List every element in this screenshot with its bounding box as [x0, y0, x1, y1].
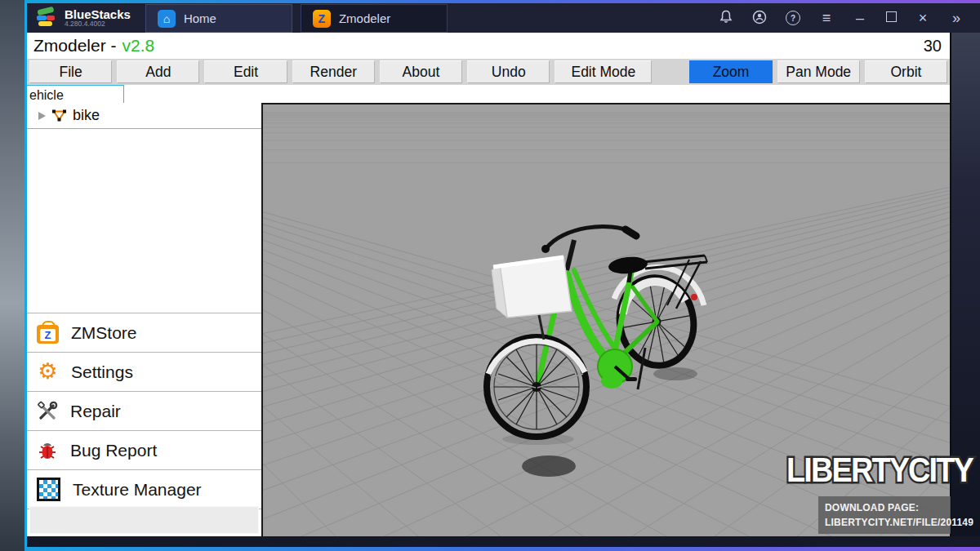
file-button[interactable]: File	[29, 60, 112, 83]
zoom-button[interactable]: Zoom	[689, 60, 772, 83]
zmstore-bag-icon: Z	[37, 322, 59, 344]
close-button[interactable]: ×	[915, 11, 930, 25]
tab-zmodeler[interactable]: Z Zmodeler	[301, 4, 448, 33]
brand-version: 4.280.4.4002	[65, 20, 131, 28]
sidebar-item-settings[interactable]: ⚙ Settings	[27, 353, 261, 392]
sidebar-item-label: Settings	[71, 362, 133, 382]
sidebar-item-texture-manager[interactable]: Texture Manager	[27, 470, 261, 509]
titlebar-controls: ? ≡ – × »	[719, 3, 980, 33]
expand-arrow-icon[interactable]	[38, 112, 46, 120]
about-button[interactable]: About	[380, 60, 462, 83]
sidebar-item-zmstore[interactable]: Z ZMStore	[27, 313, 261, 353]
sidebar-item-label: ZMStore	[71, 323, 137, 343]
edit-button[interactable]: Edit	[204, 60, 287, 83]
sidebar-item-label: Texture Manager	[73, 480, 202, 500]
download-page-box: DOWNLOAD PAGE: LIBERTYCITY.NET/FILE/2011…	[818, 496, 951, 534]
sidebar: bike Z ZMStore ⚙	[27, 103, 261, 536]
edit-mode-button[interactable]: Edit Mode	[555, 60, 652, 83]
tab-home-label: Home	[184, 11, 216, 25]
sidebar-item-label: Repair	[70, 402, 121, 421]
mesh-object-icon	[51, 109, 67, 122]
add-button[interactable]: Add	[117, 60, 199, 83]
app-title: Zmodeler -	[33, 36, 117, 56]
help-icon[interactable]: ?	[786, 11, 800, 25]
orbit-button[interactable]: Orbit	[865, 60, 947, 83]
notification-bell-icon[interactable]	[719, 10, 733, 26]
toolbar: File Add Edit Render About Undo Edit Mod…	[27, 59, 950, 85]
bluestacks-brand: BlueStacks 4.280.4.4002	[27, 3, 140, 33]
download-url: LIBERTYCITY.NET/FILE/201149	[825, 515, 944, 530]
liberty-city-logo: LIBERTYCITY	[784, 449, 977, 490]
gear-icon: ⚙	[37, 361, 59, 383]
sidebar-item-repair[interactable]: Repair	[27, 392, 261, 431]
bug-icon	[37, 440, 58, 461]
account-icon[interactable]	[752, 10, 767, 27]
tree-item-label: bike	[73, 107, 100, 124]
tools-icon	[37, 401, 58, 422]
pan-mode-button[interactable]: Pan Mode	[777, 60, 860, 83]
titlebar: BlueStacks 4.280.4.4002 ⌂ Home Z Zmodele…	[27, 3, 980, 33]
hamburger-menu-icon[interactable]: ≡	[819, 11, 834, 25]
window-bottom-gradient-border	[24, 547, 980, 551]
minimize-button[interactable]: –	[853, 11, 867, 25]
brand-name: BlueStacks	[65, 8, 131, 21]
watermark: LIBERTYCITY DOWNLOAD PAGE: LIBERTYCITY.N…	[784, 449, 977, 534]
undo-button[interactable]: Undo	[467, 60, 550, 83]
bike-model	[487, 226, 707, 477]
sidebar-footer-panel	[29, 506, 259, 534]
app-title-row: Zmodeler - v2.8 30	[27, 33, 950, 59]
toolbar-spacer	[657, 60, 684, 83]
tab-home[interactable]: ⌂ Home	[145, 4, 292, 33]
sidebar-item-bug-report[interactable]: Bug Report	[27, 431, 261, 470]
maximize-icon	[886, 11, 897, 22]
render-button[interactable]: Render	[292, 60, 375, 83]
sidebar-menu: Z ZMStore ⚙ Settings	[27, 313, 261, 509]
bag-z-letter: Z	[40, 329, 56, 341]
bluestacks-logo-icon	[35, 7, 58, 29]
liberty-city-logo-text: LIBERTYCITY	[786, 451, 974, 489]
more-chevron-button[interactable]: »	[949, 11, 964, 25]
maximize-button[interactable]	[886, 11, 897, 25]
download-page-label: DOWNLOAD PAGE:	[825, 500, 944, 515]
tree-item-bike[interactable]: bike	[27, 103, 261, 129]
zmodeler-z-icon: Z	[313, 10, 331, 28]
sidebar-item-label: Bug Report	[70, 441, 157, 460]
app-version: v2.8	[122, 36, 155, 56]
checkerboard-icon	[37, 478, 60, 501]
brand-text: BlueStacks 4.280.4.4002	[65, 8, 131, 29]
home-icon: ⌂	[158, 10, 176, 28]
tab-zmodeler-label: Zmodeler	[339, 11, 390, 25]
counter-readout: 30	[924, 37, 942, 56]
